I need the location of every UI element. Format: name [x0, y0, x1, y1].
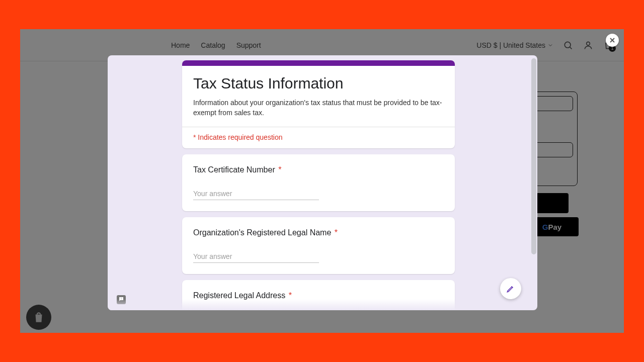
form-accent-bar	[182, 60, 455, 66]
outer-frame: Home Catalog Support USD $ | United Stat…	[0, 0, 644, 362]
pencil-icon	[506, 284, 515, 293]
question-card: Registered Legal Address *	[182, 280, 455, 310]
page: Home Catalog Support USD $ | United Stat…	[20, 29, 624, 333]
tax-cert-input[interactable]	[193, 188, 319, 200]
required-asterisk: *	[335, 228, 338, 237]
modal: Tax Status Information Information about…	[108, 55, 537, 310]
question-card: Tax Certificate Number *	[182, 154, 455, 211]
required-indicator: * Indicates required question	[182, 127, 455, 148]
modal-scroll[interactable]: Tax Status Information Information about…	[108, 55, 529, 310]
required-asterisk: *	[278, 165, 281, 174]
report-button[interactable]	[117, 295, 126, 304]
close-icon	[608, 36, 616, 44]
form-description: Information about your organization's ta…	[193, 98, 444, 118]
question-label: Registered Legal Address *	[193, 291, 444, 300]
close-button[interactable]	[606, 34, 619, 47]
question-text: Registered Legal Address	[193, 291, 285, 300]
question-label: Organization's Registered Legal Name *	[193, 228, 444, 237]
scrollbar-thumb[interactable]	[531, 58, 536, 254]
question-card: Organization's Registered Legal Name *	[182, 217, 455, 274]
question-text: Tax Certificate Number	[193, 165, 275, 174]
report-icon	[118, 297, 124, 303]
edit-button[interactable]	[500, 278, 521, 299]
form-title: Tax Status Information	[193, 75, 444, 92]
form-header-card: Tax Status Information Information about…	[182, 60, 455, 148]
org-name-input[interactable]	[193, 250, 319, 263]
required-asterisk: *	[289, 291, 292, 300]
question-label: Tax Certificate Number *	[193, 165, 444, 174]
question-text: Organization's Registered Legal Name	[193, 228, 331, 237]
